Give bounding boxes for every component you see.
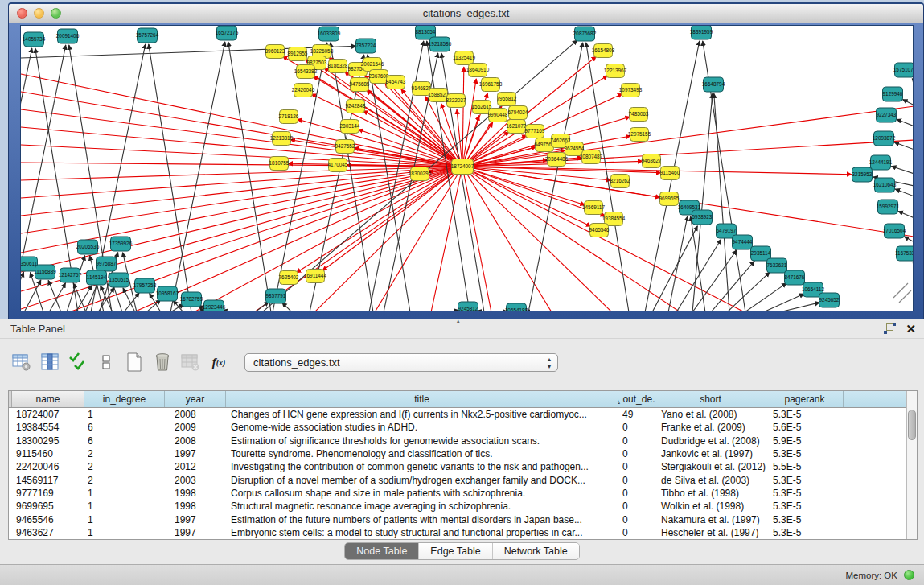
cell-pagerank: 5.9E-5: [766, 435, 844, 447]
graph-node-label: 1350515: [109, 277, 129, 282]
graph-node-label: 16210643: [873, 182, 897, 187]
graph-node-label: 8216262: [610, 178, 630, 183]
cell-△ out_de...: 0: [618, 514, 655, 525]
graph-node-label: 2803144: [340, 123, 360, 129]
cell-name: 22420046: [12, 461, 84, 472]
tab-node-table[interactable]: Node Table: [345, 543, 419, 559]
cell-in_degree: 1: [84, 409, 165, 420]
delete-column-icon[interactable]: [152, 352, 173, 373]
graph-node-label: 8454743: [386, 79, 406, 84]
graph-node-label: 16648794: [702, 81, 725, 87]
table-row[interactable]: 1456911722003Disruption of a novel membe…: [9, 473, 906, 486]
network-view-canvas[interactable]: 8960123891295518226058982750381863289827…: [20, 25, 914, 311]
column-header-title[interactable]: title: [226, 391, 618, 407]
column-header-△ out_de...[interactable]: △ out_de...: [618, 391, 655, 407]
graph-node-label: 19218586: [429, 41, 452, 47]
cell-short: Jankovic et al. (1997): [655, 448, 766, 459]
cell-year: 1998: [165, 488, 226, 499]
tab-network-table[interactable]: Network Table: [493, 543, 579, 559]
table-row[interactable]: 2242004622012Investigating the contribut…: [9, 460, 906, 473]
cell-short: Franke et al. (2009): [655, 422, 766, 433]
float-window-icon[interactable]: [884, 323, 896, 335]
column-header-year[interactable]: year: [165, 391, 226, 407]
table-row[interactable]: 1938455462009Genome-wide association stu…: [9, 421, 906, 434]
delete-table-icon[interactable]: [180, 352, 201, 373]
graph-node-label: 10654188: [505, 307, 528, 311]
graph-node-label: 10807487: [580, 154, 603, 159]
graph-node-label: 17359926: [109, 241, 133, 246]
cell-year: 1997: [165, 514, 226, 525]
cell-pagerank: 5.6E-5: [766, 422, 844, 433]
canvas-resize-grip[interactable]: [893, 283, 911, 303]
table-row[interactable]: 969969511998Structural magnetic resonanc…: [9, 500, 906, 513]
cell-year: 2012: [165, 461, 226, 472]
cell-title: Disruption of a novel member of a sodium…: [226, 475, 618, 486]
scrollbar-thumb[interactable]: [908, 410, 916, 440]
cell-pagerank: 5.5E-5: [766, 461, 844, 472]
cell-title: Embryonic stem cells: a model to study s…: [226, 527, 618, 538]
graph-node-label: 20021546: [361, 61, 384, 67]
graph-node-label: 4170045: [328, 162, 348, 167]
vertical-scrollbar[interactable]: [906, 391, 917, 539]
cell-in_degree: 6: [84, 435, 165, 447]
cell-short: Stergiakouli et al. (2012): [655, 461, 766, 472]
graph-node-label: 1621072: [507, 123, 527, 129]
column-header-name[interactable]: name: [12, 391, 84, 407]
network-graph[interactable]: 8960123891295518226058982750381863289827…: [21, 26, 914, 311]
table-row[interactable]: 1830029562008Estimation of significance …: [9, 435, 906, 447]
select-all-icon[interactable]: [68, 352, 88, 373]
cell-△ out_de...: 0: [618, 448, 655, 459]
graph-node-label: 18640910: [466, 67, 490, 72]
graph-node-label: 12213967: [604, 68, 627, 73]
graph-node-label: 8222037: [446, 97, 466, 103]
cell-pagerank: 5.3E-5: [766, 501, 844, 512]
splitter-handle-icon[interactable]: ▴: [457, 318, 460, 324]
cell-in_degree: 2: [84, 475, 165, 486]
cell-short: Wolkin et al. (1998): [655, 501, 766, 512]
cell-short: de Silva et al. (2003): [655, 475, 766, 486]
close-panel-icon[interactable]: ✕: [906, 323, 916, 335]
cell-name: 9465546: [12, 514, 84, 525]
graph-node-label: 7955812: [497, 96, 517, 101]
table-row[interactable]: 1872400712008Changes of HCN gene express…: [9, 408, 906, 421]
cell-△ out_de...: 0: [618, 488, 655, 499]
cell-in_degree: 1: [84, 488, 165, 499]
graph-node-label: 12213319: [270, 135, 294, 141]
table-row[interactable]: 946362711997Embryonic stem cells: a mode…: [9, 526, 906, 539]
graph-node-label: 8471676: [785, 274, 805, 280]
table-row[interactable]: 946554611997Estimation of the future num…: [9, 513, 906, 525]
column-header-in_degree[interactable]: in_degree: [84, 391, 165, 407]
show-columns-icon[interactable]: [39, 352, 60, 373]
graph-node-label: 8186328: [328, 63, 348, 68]
column-header-filler: [844, 391, 908, 407]
cell-short: Tibbo et al. (1998): [655, 488, 766, 499]
table-row[interactable]: 977716911998Corpus callosum shape and si…: [9, 487, 906, 500]
cell-△ out_de...: 0: [618, 501, 655, 512]
table-mode-icon[interactable]: [11, 352, 32, 373]
graph-node-label: 3624554: [565, 146, 585, 151]
cell-in_degree: 1: [84, 514, 165, 525]
function-builder-icon[interactable]: f(x): [208, 352, 229, 373]
column-header-pagerank[interactable]: pagerank: [766, 391, 844, 407]
tab-edge-table[interactable]: Edge Table: [419, 543, 492, 559]
cell-in_degree: 1: [84, 527, 165, 538]
graph-node-label: 8912955: [288, 51, 308, 56]
create-column-icon[interactable]: [124, 352, 145, 373]
table-row[interactable]: 911546021997Tourette syndrome. Phenomeno…: [9, 447, 906, 460]
deselect-all-icon[interactable]: [96, 352, 117, 373]
graph-node-label: 16911444: [304, 273, 326, 278]
graph-node-label: 9146821: [412, 85, 432, 91]
window-titlebar[interactable]: citations_edges.txt: [9, 4, 923, 23]
graph-node-label: 18724007: [451, 163, 474, 169]
attribute-table: namein_degreeyeartitle△ out_de...shortpa…: [8, 390, 918, 540]
cell-△ out_de...: 49: [618, 409, 655, 420]
graph-node-label: 17957253: [133, 282, 157, 288]
cell-pagerank: 5.3E-5: [766, 409, 844, 420]
table-select-dropdown[interactable]: citations_edges.txt ▴▾: [244, 353, 558, 372]
cell-title: Investigating the contribution of common…: [226, 461, 618, 472]
graph-node-label: 12142757: [59, 272, 82, 278]
memory-ok-indicator-icon: [904, 570, 914, 580]
cell-in_degree: 2: [84, 448, 165, 459]
cell-name: 9115460: [12, 448, 84, 459]
column-header-short[interactable]: short: [655, 391, 766, 407]
